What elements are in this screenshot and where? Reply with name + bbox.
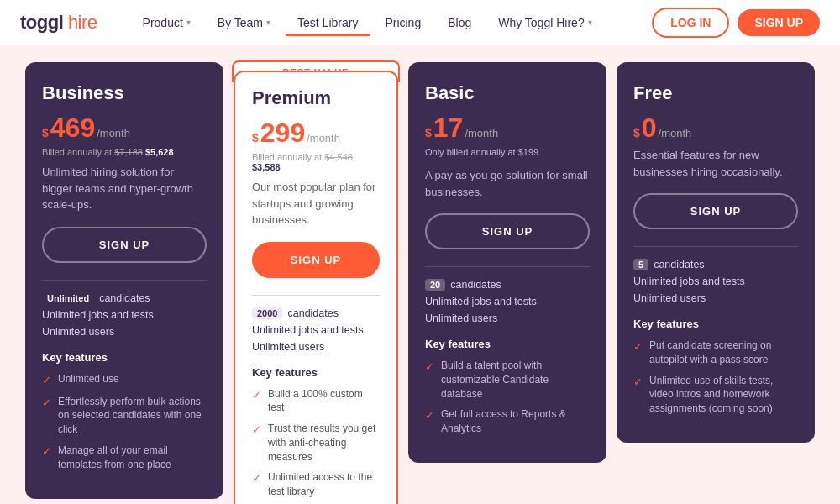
feature-candidates-free: 5 candidates: [633, 259, 798, 270]
only-annually-basic: Only billed annually at $199: [425, 147, 590, 157]
logo-hire: hire: [63, 12, 97, 33]
features-business: Unlimited candidates Unlimited jobs and …: [42, 292, 207, 338]
key-features-premium: ✓Build a 100% custom test ✓Trust the res…: [252, 387, 380, 500]
nav-pricing[interactable]: Pricing: [373, 9, 433, 36]
signup-premium-button[interactable]: SIGN UP: [252, 242, 380, 278]
kf-free-1: ✓Unlimited use of skills tests, video in…: [633, 374, 798, 416]
check-icon: ✓: [425, 408, 434, 423]
feature-jobs-premium: Unlimited jobs and tests: [252, 324, 380, 336]
key-features-title-free: Key features: [633, 318, 798, 330]
feature-candidates-basic: 20 candidates: [425, 279, 590, 291]
logo-text: toggl: [20, 12, 63, 33]
period-basic: /month: [465, 127, 498, 139]
nav-product[interactable]: Product ▾: [131, 9, 202, 36]
signup-business-button[interactable]: SIGN UP: [42, 227, 207, 263]
check-icon: ✓: [252, 471, 261, 486]
key-features-basic: ✓Build a talent pool with customizable C…: [425, 359, 590, 436]
feature-users-business: Unlimited users: [42, 326, 207, 338]
check-icon: ✓: [42, 396, 51, 411]
nav-links: Product ▾ By Team ▾ Test Library Pricing…: [131, 9, 653, 36]
feature-users-free: Unlimited users: [633, 292, 798, 304]
cards-wrapper: Business $ 469 /month Billed annually at…: [25, 62, 815, 504]
nav-why-toggl[interactable]: Why Toggl Hire? ▾: [486, 9, 603, 36]
card-business: Business $ 469 /month Billed annually at…: [25, 62, 223, 499]
features-basic: 20 candidates Unlimited jobs and tests U…: [425, 279, 590, 324]
check-icon: ✓: [42, 444, 51, 459]
signup-free-button[interactable]: SIGN UP: [633, 193, 798, 229]
price-row-free: $ 0 /month: [633, 113, 798, 144]
currency-free: $: [633, 126, 640, 139]
divider-premium: [252, 295, 380, 296]
kf-premium-1: ✓Trust the results you get with anti-che…: [252, 422, 380, 464]
card-premium-wrapper: BEST VALUE Premium $ 299 /month Billed a…: [234, 62, 398, 504]
kf-basic-0: ✓Build a talent pool with customizable C…: [425, 359, 590, 401]
key-features-free: ✓Put candidate screening on autopilot wi…: [633, 339, 798, 416]
check-icon: ✓: [633, 375, 643, 390]
billed-business: Billed annually at $7,188 $5,628: [42, 147, 207, 157]
kf-business-1: ✓Effortlessly perform bulk actions on se…: [42, 395, 207, 437]
chevron-down-icon: ▾: [186, 18, 191, 27]
period-business: /month: [97, 127, 130, 139]
desc-free: Essential features for new businesses hi…: [633, 147, 798, 180]
nav-test-library[interactable]: Test Library: [286, 9, 370, 36]
kf-business-2: ✓Manage all of your email templates from…: [42, 444, 207, 472]
amount-premium: 299: [260, 118, 305, 149]
desc-basic: A pay as you go solution for small busin…: [425, 167, 590, 200]
card-business-name: Business: [42, 82, 207, 104]
key-features-title-premium: Key features: [252, 366, 380, 379]
desc-premium: Our most popular plan for startups and g…: [252, 179, 380, 228]
kf-free-0: ✓Put candidate screening on autopilot wi…: [633, 339, 798, 367]
feature-jobs-business: Unlimited jobs and tests: [42, 309, 207, 321]
check-icon: ✓: [252, 423, 261, 438]
nav-right: LOG IN SIGN UP: [652, 8, 820, 38]
amount-basic: 17: [433, 113, 464, 144]
navbar: toggl hire Product ▾ By Team ▾ Test Libr…: [0, 0, 840, 45]
feature-candidates-business: Unlimited candidates: [42, 292, 207, 304]
signup-basic-button[interactable]: SIGN UP: [425, 213, 590, 249]
kf-premium-2: ✓Unlimited access to the test library: [252, 470, 380, 499]
key-features-business: ✓Unlimited use ✓Effortlessly perform bul…: [42, 372, 207, 472]
nav-by-team[interactable]: By Team ▾: [206, 9, 282, 36]
desc-business: Unlimited hiring solution for bigger tea…: [42, 164, 207, 213]
feature-jobs-basic: Unlimited jobs and tests: [425, 296, 590, 307]
kf-business-0: ✓Unlimited use: [42, 372, 207, 388]
features-premium: 2000 candidates Unlimited jobs and tests…: [252, 307, 380, 353]
check-icon: ✓: [425, 360, 434, 375]
divider-business: [42, 280, 207, 281]
card-basic-name: Basic: [425, 82, 590, 104]
currency-basic: $: [425, 126, 432, 139]
divider-free: [633, 246, 798, 247]
features-free: 5 candidates Unlimited jobs and tests Un…: [633, 259, 798, 304]
feature-candidates-premium: 2000 candidates: [252, 307, 380, 319]
divider-basic: [425, 266, 590, 267]
key-features-title-basic: Key features: [425, 338, 590, 350]
currency-premium: $: [252, 131, 259, 144]
logo[interactable]: toggl hire: [20, 12, 97, 34]
price-row-basic: $ 17 /month: [425, 113, 590, 144]
card-free-name: Free: [633, 82, 798, 104]
amount-free: 0: [642, 113, 657, 144]
card-premium-name: Premium: [252, 87, 380, 109]
card-free: Free $ 0 /month Essential features for n…: [617, 62, 815, 443]
billed-premium: Billed annually at $4,548 $3,588: [252, 152, 380, 172]
nav-blog[interactable]: Blog: [436, 9, 483, 36]
check-icon: ✓: [633, 339, 643, 354]
check-icon: ✓: [42, 373, 51, 388]
price-row-premium: $ 299 /month: [252, 118, 380, 149]
kf-premium-0: ✓Build a 100% custom test: [252, 387, 380, 416]
period-free: /month: [659, 127, 692, 139]
price-row-business: $ 469 /month: [42, 113, 207, 144]
pricing-section: Business $ 469 /month Billed annually at…: [0, 45, 840, 504]
check-icon: ✓: [252, 388, 261, 403]
period-premium: /month: [307, 132, 340, 144]
feature-jobs-free: Unlimited jobs and tests: [633, 276, 798, 287]
login-button[interactable]: LOG IN: [652, 8, 729, 38]
amount-business: 469: [50, 113, 95, 144]
signup-button[interactable]: SIGN UP: [738, 9, 820, 36]
feature-users-basic: Unlimited users: [425, 312, 590, 324]
key-features-title-business: Key features: [42, 351, 207, 364]
kf-basic-1: ✓Get full access to Reports & Analytics: [425, 407, 590, 436]
feature-users-premium: Unlimited users: [252, 341, 380, 353]
card-basic: Basic $ 17 /month Only billed annually a…: [408, 62, 606, 463]
chevron-down-icon: ▾: [588, 18, 592, 27]
